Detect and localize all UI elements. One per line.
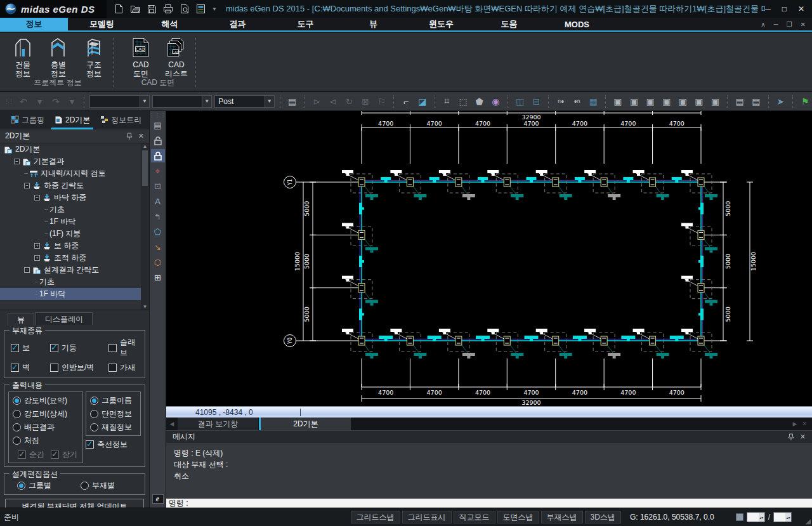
tree-item-보 하중[interactable]: +보 하중: [0, 240, 149, 252]
menu-tab-MODS[interactable]: MODS: [543, 18, 611, 30]
radio[interactable]: [81, 482, 89, 490]
story-spinner-to[interactable]: [773, 512, 792, 522]
view-angle-icon[interactable]: ▣: [709, 95, 723, 108]
identify-icon[interactable]: A: [151, 195, 165, 208]
radio[interactable]: [90, 410, 98, 418]
design-edit-radio-부재별[interactable]: 부재별: [81, 480, 115, 491]
menu-tab-도움[interactable]: 도움: [475, 18, 543, 30]
tree-item-바닥 하중[interactable]: −바닥 하중: [0, 192, 149, 204]
tree-scrollbar[interactable]: ▲ ▼: [141, 143, 149, 310]
doc-restore-icon[interactable]: ❐: [787, 21, 792, 28]
doc-close-icon[interactable]: ✕: [801, 21, 806, 28]
checkbox[interactable]: [50, 364, 58, 372]
pin-icon[interactable]: [788, 433, 794, 440]
cad-list-button[interactable]: CADCAD리스트: [161, 36, 192, 78]
new-file-icon[interactable]: [114, 4, 124, 14]
story-spinner-from[interactable]: [747, 512, 765, 522]
output-radio-그룹이름[interactable]: 그룹이름: [90, 395, 138, 406]
panel-tab-정보트리[interactable]: 정보트리: [96, 111, 146, 129]
abd-report-icon[interactable]: ▤: [151, 119, 165, 132]
expand-icon[interactable]: +: [34, 243, 40, 249]
tree-item-지내력/지지력 검토[interactable]: ┄지내력/지지력 검토: [0, 168, 149, 180]
close-icon[interactable]: ✕: [798, 4, 804, 13]
print-preview-icon[interactable]: [180, 4, 190, 14]
drawing-viewport[interactable]: 3290047004700470047004700470047004700470…: [166, 111, 812, 406]
menu-tab-도구[interactable]: 도구: [272, 18, 339, 30]
mods-color-icon[interactable]: ⚑: [798, 95, 812, 108]
menu-tab-뷰[interactable]: 뷰: [339, 18, 407, 30]
node-number-icon[interactable]: ⁿ•: [554, 95, 568, 108]
radio[interactable]: [90, 397, 98, 405]
member-check-슬래브[interactable]: 슬래브: [108, 337, 141, 358]
output-radio-단면정보[interactable]: 단면정보: [90, 409, 138, 419]
snap-button-그리드스냅[interactable]: 그리드스냅: [351, 511, 400, 523]
menu-tab-결과[interactable]: 결과: [204, 18, 272, 30]
minimize-icon[interactable]: ─: [765, 4, 771, 13]
tab-close-icon[interactable]: ✕: [802, 421, 807, 427]
checkbox[interactable]: [50, 344, 58, 352]
radio[interactable]: [13, 410, 21, 418]
hidden-line-icon[interactable]: ⬚: [456, 95, 470, 108]
scroll-up-icon[interactable]: ▲: [143, 143, 148, 149]
unlock-icon[interactable]: [151, 134, 165, 147]
coordinate-input-bar[interactable]: 41095 , -8434 , 0: [166, 406, 812, 418]
menu-tab-모델링[interactable]: 모델링: [68, 18, 136, 30]
abd-report-icon[interactable]: [196, 4, 206, 14]
tree-item-1F 바닥[interactable]: ┄1F 바닥: [0, 216, 149, 228]
tree-item-조적 하중[interactable]: +조적 하중: [0, 252, 149, 264]
wireframe-icon[interactable]: ⌗: [440, 95, 454, 108]
view-back-icon[interactable]: ▣: [692, 95, 706, 108]
save-icon[interactable]: [147, 4, 157, 14]
view-tab-뷰[interactable]: 뷰: [8, 313, 34, 325]
member-check-가새[interactable]: 가새: [108, 362, 141, 373]
radio[interactable]: [17, 482, 25, 490]
tree-item-2D기본[interactable]: 2D기본: [0, 143, 149, 155]
view-top-icon[interactable]: ▣: [627, 95, 641, 108]
tab-scroll-left-icon[interactable]: ◀: [166, 418, 178, 430]
tree-item-기초[interactable]: ┄기초: [0, 204, 149, 216]
snap-button-직교모드[interactable]: 직교모드: [454, 511, 495, 523]
radio[interactable]: [13, 423, 21, 431]
structure-info-button[interactable]: 구조정보: [79, 36, 109, 78]
print-icon[interactable]: [163, 4, 173, 14]
panel-tab-2D기본[interactable]: 2D기본: [50, 111, 95, 129]
number-grid-icon[interactable]: ▦: [587, 95, 601, 108]
render-icon[interactable]: ◉: [488, 95, 502, 108]
tree-item-기본결과[interactable]: −기본결과: [0, 155, 149, 168]
radio[interactable]: [13, 397, 21, 405]
design-edit-radio-그룹별[interactable]: 그룹별: [17, 480, 51, 491]
tree-item-1F 바닥[interactable]: ┄1F 바닥: [0, 288, 149, 300]
story-toggle[interactable]: [736, 513, 743, 521]
split-top-icon[interactable]: ◫: [513, 95, 527, 108]
radio[interactable]: [90, 423, 98, 431]
output-radio-강도비(상세)[interactable]: 강도비(상세): [13, 409, 80, 419]
building-info-button[interactable]: 건물정보: [8, 36, 38, 78]
menu-tab-해석[interactable]: 해석: [136, 18, 204, 30]
doc-tab-2D기본[interactable]: 2D기본: [259, 418, 351, 430]
unselect-window-icon[interactable]: ↘: [151, 240, 165, 254]
pointer-icon[interactable]: ➤: [774, 95, 788, 108]
combo-dropdown-icon[interactable]: ▼: [140, 96, 149, 107]
output-radio-재질정보[interactable]: 재질정보: [90, 422, 138, 433]
scroll-thumb[interactable]: [142, 150, 148, 186]
tree-item-하중 간략도[interactable]: −하중 간략도: [0, 180, 149, 192]
close-panel-icon[interactable]: ✕: [138, 132, 144, 140]
collapse-icon[interactable]: −: [24, 267, 30, 273]
expand-icon[interactable]: +: [34, 255, 40, 261]
output-radio-처짐[interactable]: 처짐: [13, 435, 80, 446]
tab-scroll-right-icon[interactable]: ▶: [793, 421, 797, 427]
shading-icon[interactable]: ⬟: [473, 95, 487, 108]
mode-combo[interactable]: Post▼: [214, 95, 274, 108]
collapse-icon[interactable]: −: [34, 195, 40, 201]
cad-sheet-button[interactable]: CADCAD도면: [126, 36, 156, 78]
combo-dropdown-icon[interactable]: ▼: [202, 96, 211, 107]
menu-tab-정보[interactable]: 정보: [0, 18, 68, 30]
resize-grip[interactable]: ◢: [806, 517, 811, 525]
display-option-icon[interactable]: ⊡: [151, 180, 165, 193]
maximize-icon[interactable]: □: [782, 4, 787, 13]
snap-button-3D스냅[interactable]: 3D스냅: [585, 511, 621, 523]
tree-item-기초[interactable]: ┄기초: [0, 276, 149, 288]
member-check-인방보/벽[interactable]: 인방보/벽: [50, 362, 108, 373]
floor-combo[interactable]: ▼: [152, 95, 212, 108]
view-left-icon[interactable]: ▣: [643, 95, 657, 108]
